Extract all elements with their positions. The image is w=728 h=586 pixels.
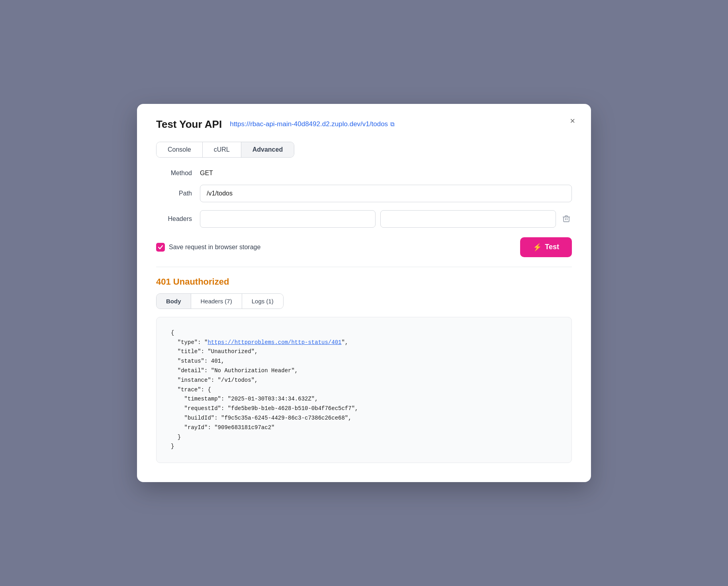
path-row: Path — [156, 185, 572, 202]
svg-rect-0 — [564, 217, 569, 222]
header-key-input[interactable] — [200, 210, 376, 228]
type-url-link[interactable]: https://httpproblems.com/http-status/401 — [207, 339, 341, 346]
method-row: Method GET — [156, 170, 572, 177]
tab-advanced[interactable]: Advanced — [241, 142, 294, 157]
modal-url-link[interactable]: https://rbac-api-main-40d8492.d2.zuplo.d… — [230, 120, 395, 128]
headers-inputs — [200, 210, 572, 228]
close-button[interactable]: × — [568, 115, 577, 127]
path-label: Path — [156, 190, 192, 197]
tab-curl[interactable]: cURL — [203, 142, 241, 157]
save-checkbox-text: Save request in browser storage — [169, 244, 260, 251]
delete-header-button[interactable] — [561, 213, 572, 225]
delete-header-icon — [562, 215, 570, 223]
save-checkbox[interactable] — [156, 243, 165, 252]
headers-label: Headers — [156, 215, 192, 223]
headers-row: Headers — [156, 210, 572, 228]
header-value-input[interactable] — [380, 210, 556, 228]
modal-title: Test Your API — [156, 118, 222, 131]
status-text: 401 Unauthorized — [156, 277, 229, 287]
top-tab-group: Console cURL Advanced — [156, 142, 294, 158]
response-tab-headers[interactable]: Headers (7) — [191, 294, 242, 309]
method-label: Method — [156, 170, 192, 177]
test-button[interactable]: ⚡ Test — [520, 237, 572, 257]
modal-header: Test Your API https://rbac-api-main-40d8… — [156, 118, 572, 131]
divider — [156, 267, 572, 267]
actions-row: Save request in browser storage ⚡ Test — [156, 237, 572, 257]
tab-console[interactable]: Console — [157, 142, 203, 157]
api-test-modal: Test Your API https://rbac-api-main-40d8… — [137, 104, 591, 482]
status-line: 401 Unauthorized — [156, 277, 572, 287]
lightning-icon: ⚡ — [533, 243, 542, 252]
response-tab-group: Body Headers (7) Logs (1) — [156, 293, 284, 309]
checkmark-icon — [158, 244, 163, 250]
save-checkbox-label[interactable]: Save request in browser storage — [156, 243, 260, 252]
path-input[interactable] — [200, 185, 572, 202]
copy-icon[interactable]: ⧉ — [390, 121, 395, 128]
modal-overlay: Test Your API https://rbac-api-main-40d8… — [0, 0, 728, 586]
test-button-label: Test — [545, 243, 559, 251]
response-tab-body[interactable]: Body — [157, 294, 191, 309]
response-tab-logs[interactable]: Logs (1) — [242, 294, 283, 309]
modal-url-text: https://rbac-api-main-40d8492.d2.zuplo.d… — [230, 120, 388, 128]
response-body: { "type": "https://httpproblems.com/http… — [156, 317, 572, 463]
method-value: GET — [200, 170, 213, 177]
request-form: Method GET Path Headers — [156, 170, 572, 228]
